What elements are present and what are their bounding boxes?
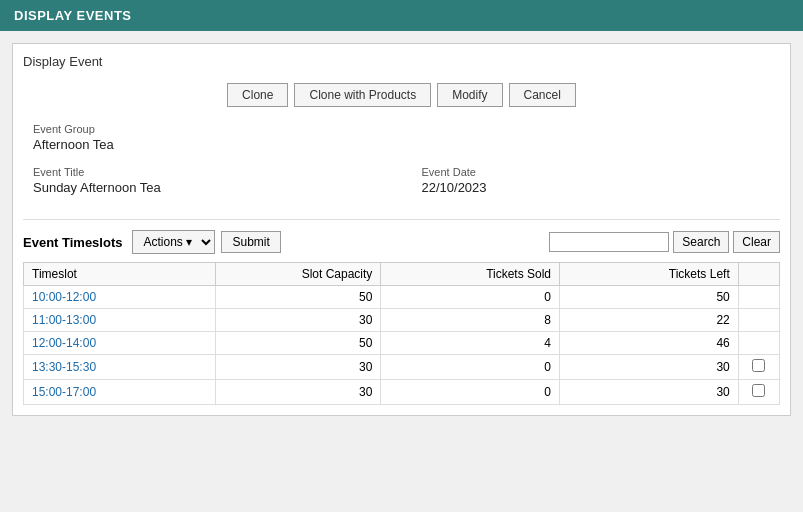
cell-tickets-left: 50 <box>560 286 739 309</box>
main-container: Display Event Clone Clone with Products … <box>12 43 791 416</box>
table-row: 15:00-17:0030030 <box>24 380 780 405</box>
timeslots-section: Event Timeslots Actions ▾ Submit Search … <box>23 219 780 405</box>
table-row: 13:30-15:3030030 <box>24 355 780 380</box>
event-title-label: Event Title <box>33 166 382 178</box>
timeslot-link[interactable]: 12:00-14:00 <box>32 336 96 350</box>
table-header-row: Timeslot Slot Capacity Tickets Sold Tick… <box>24 263 780 286</box>
search-input[interactable] <box>549 232 669 252</box>
cell-slot-capacity: 50 <box>216 286 381 309</box>
cell-timeslot[interactable]: 15:00-17:00 <box>24 380 216 405</box>
section-title: Display Event <box>23 54 780 73</box>
timeslots-header: Event Timeslots Actions ▾ Submit Search … <box>23 230 780 254</box>
table-row: 12:00-14:0050446 <box>24 332 780 355</box>
cell-tickets-left: 22 <box>560 309 739 332</box>
cell-slot-capacity: 30 <box>216 309 381 332</box>
cell-checkbox <box>738 332 779 355</box>
event-date-label: Event Date <box>422 166 771 178</box>
clone-button[interactable]: Clone <box>227 83 288 107</box>
submit-button[interactable]: Submit <box>221 231 280 253</box>
row-checkbox[interactable] <box>752 359 765 372</box>
table-row: 11:00-13:0030822 <box>24 309 780 332</box>
actions-dropdown[interactable]: Actions ▾ <box>132 230 215 254</box>
timeslots-table: Timeslot Slot Capacity Tickets Sold Tick… <box>23 262 780 405</box>
col-header-checkbox <box>738 263 779 286</box>
cell-checkbox <box>738 286 779 309</box>
col-header-tickets-left: Tickets Left <box>560 263 739 286</box>
row-checkbox[interactable] <box>752 384 765 397</box>
cancel-button[interactable]: Cancel <box>509 83 576 107</box>
cell-slot-capacity: 30 <box>216 380 381 405</box>
event-title-value: Sunday Afternoon Tea <box>33 180 382 195</box>
cell-slot-capacity: 30 <box>216 355 381 380</box>
col-header-tickets-sold: Tickets Sold <box>381 263 560 286</box>
timeslots-section-title: Event Timeslots <box>23 235 122 250</box>
cell-checkbox[interactable] <box>738 355 779 380</box>
cell-tickets-left: 46 <box>560 332 739 355</box>
cell-tickets-sold: 0 <box>381 380 560 405</box>
page-title: DISPLAY EVENTS <box>14 8 132 23</box>
cell-tickets-left: 30 <box>560 380 739 405</box>
event-date-col: Event Date 22/10/2023 <box>422 166 771 209</box>
cell-checkbox <box>738 309 779 332</box>
cell-tickets-left: 30 <box>560 355 739 380</box>
clone-with-products-button[interactable]: Clone with Products <box>294 83 431 107</box>
event-group-label: Event Group <box>33 123 770 135</box>
timeslot-link[interactable]: 15:00-17:00 <box>32 385 96 399</box>
modify-button[interactable]: Modify <box>437 83 502 107</box>
timeslot-link[interactable]: 10:00-12:00 <box>32 290 96 304</box>
search-button[interactable]: Search <box>673 231 729 253</box>
cell-timeslot[interactable]: 10:00-12:00 <box>24 286 216 309</box>
action-buttons-row: Clone Clone with Products Modify Cancel <box>23 83 780 107</box>
form-section: Event Group Afternoon Tea Event Title Su… <box>23 123 780 209</box>
event-details-row: Event Title Sunday Afternoon Tea Event D… <box>33 166 770 209</box>
timeslot-link[interactable]: 13:30-15:30 <box>32 360 96 374</box>
timeslot-link[interactable]: 11:00-13:00 <box>32 313 96 327</box>
cell-tickets-sold: 0 <box>381 355 560 380</box>
event-group-value: Afternoon Tea <box>33 137 770 152</box>
cell-tickets-sold: 0 <box>381 286 560 309</box>
col-header-timeslot: Timeslot <box>24 263 216 286</box>
search-area: Search Clear <box>549 231 780 253</box>
event-title-col: Event Title Sunday Afternoon Tea <box>33 166 382 209</box>
cell-tickets-sold: 8 <box>381 309 560 332</box>
cell-tickets-sold: 4 <box>381 332 560 355</box>
cell-timeslot[interactable]: 11:00-13:00 <box>24 309 216 332</box>
event-date-value: 22/10/2023 <box>422 180 771 195</box>
col-header-slot-capacity: Slot Capacity <box>216 263 381 286</box>
cell-checkbox[interactable] <box>738 380 779 405</box>
cell-timeslot[interactable]: 12:00-14:00 <box>24 332 216 355</box>
cell-slot-capacity: 50 <box>216 332 381 355</box>
cell-timeslot[interactable]: 13:30-15:30 <box>24 355 216 380</box>
page-header: DISPLAY EVENTS <box>0 0 803 31</box>
clear-button[interactable]: Clear <box>733 231 780 253</box>
table-row: 10:00-12:0050050 <box>24 286 780 309</box>
